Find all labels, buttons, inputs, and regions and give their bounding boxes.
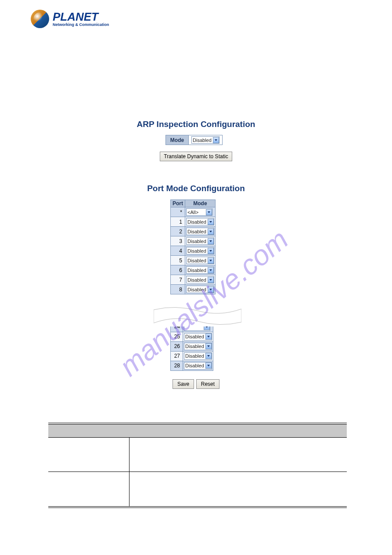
port-number: 3 (171, 236, 185, 246)
chevron-down-icon (206, 209, 212, 215)
port-number: 4 (171, 246, 185, 256)
reset-button[interactable]: Reset (196, 379, 219, 389)
port-mode-select[interactable]: Disabled (186, 276, 214, 283)
section-title-arp: ARP Inspection Configuration (0, 120, 392, 129)
table-row: 27Disabled (171, 351, 213, 361)
table-row: * <All> (171, 207, 216, 217)
torn-paper-divider (154, 305, 241, 326)
description-row (48, 438, 347, 472)
port-mode-select[interactable]: Disabled (186, 286, 214, 293)
table-row: 7Disabled (171, 275, 216, 285)
description-cell-desc (129, 438, 347, 472)
mode-select[interactable]: Disabled (191, 136, 219, 144)
table-row: 28Disabled (171, 361, 213, 370)
table-row: 5Disabled (171, 256, 216, 265)
port-mode-table-continued: 24 25Disabled 26Disabled 27Disabled 28Di… (170, 321, 213, 371)
port-mode-select[interactable]: Disabled (184, 333, 212, 341)
section-title-port-mode: Port Mode Configuration (0, 184, 392, 193)
port-number: 7 (171, 275, 185, 285)
chevron-down-icon (208, 267, 214, 273)
chevron-down-icon (213, 137, 219, 143)
translate-dynamic-button[interactable]: Translate Dynamic to Static (160, 152, 232, 161)
table-row: 3Disabled (171, 236, 216, 246)
port-number: 8 (171, 285, 185, 294)
port-mode-select[interactable]: Disabled (186, 257, 214, 264)
description-table (48, 423, 347, 508)
col-header-port: Port (171, 200, 185, 207)
port-number: 25 (171, 332, 183, 341)
chevron-down-icon (205, 343, 212, 349)
port-mode-select[interactable]: Disabled (184, 352, 212, 360)
port-mode-select[interactable]: Disabled (186, 228, 214, 235)
brand-text: PLANET Networking & Communication (53, 11, 109, 27)
chevron-down-icon (208, 238, 214, 244)
brand-logo: PLANET Networking & Communication (31, 10, 109, 28)
planet-globe-icon (31, 10, 49, 28)
chevron-down-icon (205, 334, 212, 340)
save-button[interactable]: Save (173, 379, 194, 389)
brand-tagline: Networking & Communication (53, 22, 109, 27)
mode-value-cell: Disabled (189, 135, 223, 145)
chevron-down-icon (208, 258, 214, 264)
chevron-down-icon (205, 363, 212, 369)
brand-name: PLANET (53, 11, 109, 22)
port-mode-select[interactable]: Disabled (186, 237, 214, 245)
description-cell-desc (129, 472, 347, 506)
port-mode-select[interactable]: Disabled (184, 362, 212, 370)
port-number: 27 (171, 351, 183, 361)
port-number: 5 (171, 256, 185, 265)
chevron-down-icon (208, 277, 214, 283)
select-value: <All> (187, 210, 206, 215)
port-number: 26 (171, 341, 183, 351)
col-header-mode: Mode (185, 200, 216, 207)
port-number: 28 (171, 361, 183, 370)
table-row: 1Disabled (171, 217, 216, 227)
table-row: 8Disabled (171, 285, 216, 294)
port-mode-select[interactable]: Disabled (186, 218, 214, 225)
port-mode-select-all[interactable]: <All> (186, 208, 212, 216)
chevron-down-icon (208, 287, 214, 293)
port-mode-table: Port Mode * <All> 1Disabled 2Disabled 3D… (170, 200, 216, 294)
chevron-down-icon (208, 219, 214, 225)
chevron-down-icon (205, 353, 212, 359)
description-row (48, 472, 347, 506)
description-header-object (48, 424, 129, 437)
port-mode-select[interactable]: Disabled (184, 343, 212, 350)
description-header-row (48, 424, 347, 438)
table-row: 25Disabled (171, 332, 213, 341)
table-row: 4Disabled (171, 246, 216, 256)
mode-label: Mode (166, 135, 189, 145)
table-row: 2Disabled (171, 227, 216, 236)
table-row: 26Disabled (171, 341, 213, 351)
port-mode-select[interactable]: Disabled (186, 247, 214, 254)
port-number: 2 (171, 227, 185, 236)
port-mode-select[interactable]: Disabled (186, 266, 214, 274)
mode-setting-table: Mode Disabled (165, 135, 223, 145)
description-header-desc (129, 424, 347, 437)
mode-select-value: Disabled (193, 138, 213, 143)
port-number: * (171, 207, 185, 217)
port-number: 1 (171, 217, 185, 227)
description-cell-object (48, 438, 129, 472)
chevron-down-icon (208, 248, 214, 254)
table-row: 6Disabled (171, 265, 216, 275)
port-number: 6 (171, 265, 185, 275)
chevron-down-icon (208, 229, 214, 235)
description-cell-object (48, 472, 129, 506)
